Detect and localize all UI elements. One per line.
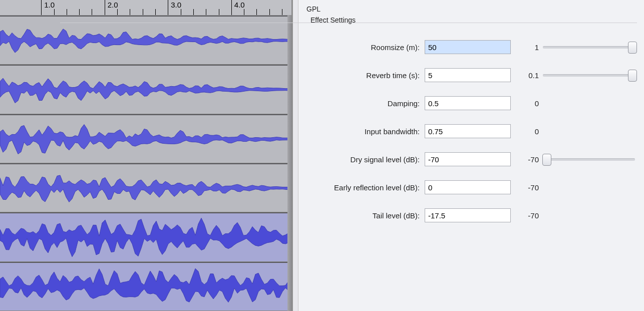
waveform bbox=[0, 164, 291, 212]
ruler-tick bbox=[105, 0, 105, 15]
param-input-roomsize[interactable] bbox=[425, 40, 511, 54]
param-slider-taillevel bbox=[543, 209, 635, 222]
slider-thumb[interactable] bbox=[542, 154, 551, 166]
param-slider-roomsize[interactable] bbox=[543, 41, 635, 54]
param-min-label: 0 bbox=[511, 127, 543, 136]
ruler-label: 3.0 bbox=[171, 1, 181, 9]
param-input-taillevel[interactable] bbox=[425, 208, 511, 222]
effect-rows: Roomsize (m):1Reverb time (s):0.1Damping… bbox=[315, 33, 635, 229]
panel-splitter[interactable] bbox=[292, 0, 298, 311]
ruler-label: 1.0 bbox=[44, 1, 55, 9]
param-row-roomsize: Roomsize (m):1 bbox=[315, 33, 635, 61]
param-min-label: -70 bbox=[511, 211, 543, 220]
ruler-tick bbox=[168, 0, 168, 15]
param-min-label: 1 bbox=[511, 43, 543, 52]
param-label: Reverb time (s): bbox=[315, 71, 425, 80]
slider-thumb[interactable] bbox=[628, 42, 637, 54]
param-input-inputbw[interactable] bbox=[425, 124, 511, 138]
param-slider-earlyrefl bbox=[543, 181, 635, 194]
param-row-inputbw: Input bandwidth:0 bbox=[315, 117, 635, 145]
audio-track[interactable] bbox=[0, 163, 291, 212]
track-list bbox=[0, 16, 291, 311]
ruler-tick bbox=[231, 0, 232, 15]
param-min-label: -70 bbox=[511, 183, 543, 192]
ruler-label: 2.0 bbox=[108, 1, 118, 9]
param-label: Roomsize (m): bbox=[315, 43, 425, 52]
waveform-panel: 1.02.03.04.0 bbox=[0, 0, 292, 311]
waveform bbox=[0, 17, 291, 64]
param-label: Early reflection level (dB): bbox=[315, 183, 425, 192]
param-input-damping[interactable] bbox=[425, 96, 511, 110]
param-row-reverbtime: Reverb time (s):0.1 bbox=[315, 61, 635, 89]
param-row-drylevel: Dry signal level (dB):-70 bbox=[315, 145, 635, 173]
audio-track[interactable] bbox=[0, 65, 291, 114]
param-label: Input bandwidth: bbox=[315, 127, 425, 136]
audio-track[interactable] bbox=[0, 212, 291, 261]
param-slider-drylevel[interactable] bbox=[543, 153, 635, 166]
timeline-ruler[interactable]: 1.02.03.04.0 bbox=[0, 0, 291, 16]
effect-license-label: GPL bbox=[305, 5, 635, 13]
param-min-label: -70 bbox=[511, 155, 543, 164]
param-label: Tail level (dB): bbox=[315, 211, 425, 220]
param-slider-damping bbox=[543, 97, 635, 110]
effect-panel: GPL Effect Settings Roomsize (m):1Reverb… bbox=[298, 0, 644, 311]
group-divider bbox=[60, 23, 637, 23]
param-min-label: 0 bbox=[511, 99, 543, 108]
param-slider-reverbtime[interactable] bbox=[543, 69, 635, 82]
waveform bbox=[0, 263, 291, 310]
param-slider-inputbw bbox=[543, 125, 635, 138]
param-min-label: 0.1 bbox=[511, 71, 543, 80]
param-label: Damping: bbox=[315, 99, 425, 108]
ruler-label: 4.0 bbox=[234, 1, 245, 9]
param-input-drylevel[interactable] bbox=[425, 152, 511, 166]
audio-track[interactable] bbox=[0, 114, 291, 163]
param-input-reverbtime[interactable] bbox=[425, 68, 511, 82]
waveform bbox=[0, 213, 291, 261]
param-row-damping: Damping:0 bbox=[315, 89, 635, 117]
param-row-earlyrefl: Early reflection level (dB):-70 bbox=[315, 173, 635, 201]
param-input-earlyrefl[interactable] bbox=[425, 180, 511, 194]
param-row-taillevel: Tail level (dB):-70 bbox=[315, 201, 635, 229]
waveform bbox=[0, 115, 291, 163]
slider-thumb[interactable] bbox=[628, 70, 637, 82]
audio-track[interactable] bbox=[0, 262, 291, 311]
ruler-tick bbox=[41, 0, 42, 15]
waveform bbox=[0, 66, 291, 113]
param-label: Dry signal level (dB): bbox=[315, 155, 425, 164]
